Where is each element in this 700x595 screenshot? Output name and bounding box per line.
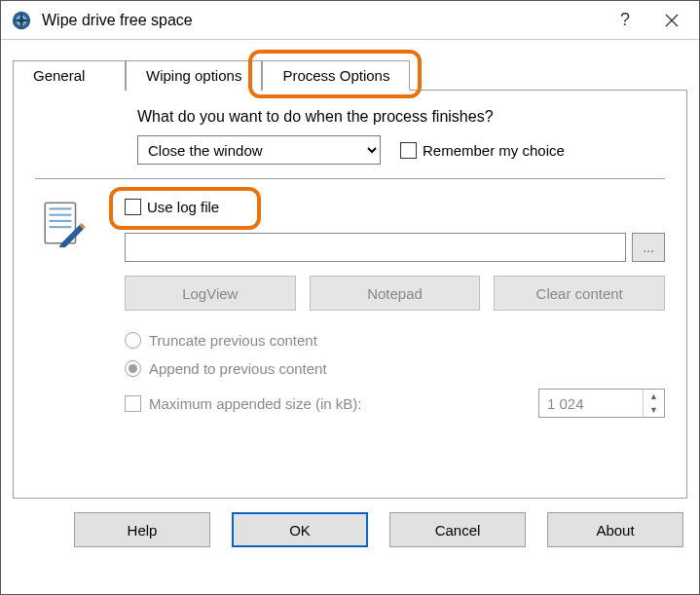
checkbox-box-icon [125,199,141,215]
dialog-footer: Help OK Cancel About [13,512,687,547]
max-size-value: 1 024 [539,390,643,417]
finish-action-heading: What do you want to do when the process … [137,108,665,126]
app-icon [11,10,32,31]
radio-truncate-label: Truncate previous content [149,332,317,349]
log-file-icon [39,199,88,247]
spinner-arrows: ▲ ▼ [643,390,664,417]
chevron-down-icon[interactable]: ▼ [644,403,664,417]
tab-wiping-options[interactable]: Wiping options [126,60,262,91]
help-button-footer[interactable]: Help [74,512,210,547]
use-log-file-checkbox[interactable]: Use log file [125,199,219,215]
remember-choice-label: Remember my choice [423,142,565,159]
cancel-button[interactable]: Cancel [389,512,526,547]
remember-choice-checkbox[interactable]: Remember my choice [400,142,565,159]
ok-button[interactable]: OK [232,512,368,547]
radio-append-label: Append to previous content [149,360,327,377]
radio-append[interactable]: Append to previous content [125,360,665,377]
help-button[interactable]: ? [602,1,648,40]
radio-icon [125,360,141,377]
notepad-button[interactable]: Notepad [310,276,481,311]
max-size-spinner[interactable]: 1 024 ▲ ▼ [538,389,665,418]
max-size-label: Maximum appended size (in kB): [149,395,361,412]
finish-action-select[interactable]: Close the window [137,135,381,165]
tabstrip: General Wiping options Process Options [13,60,687,91]
log-file-path-input[interactable] [125,233,626,262]
separator [35,178,665,179]
window-title: Wipe drive free space [42,12,602,29]
about-button[interactable]: About [547,512,683,547]
dialog-content: General Wiping options Process Options W… [1,40,699,559]
chevron-up-icon[interactable]: ▲ [644,390,664,403]
tab-panel-process-options: What do you want to do when the process … [13,90,687,499]
checkbox-box-icon [125,395,141,412]
titlebar: Wipe drive free space ? [1,1,699,40]
tab-general[interactable]: General [13,60,126,91]
radio-icon [125,332,141,349]
logview-button[interactable]: LogView [125,276,296,311]
tab-process-options[interactable]: Process Options [262,60,410,91]
clear-content-button[interactable]: Clear content [494,276,665,311]
use-log-file-label: Use log file [147,199,219,215]
checkbox-box-icon [400,142,417,159]
radio-truncate[interactable]: Truncate previous content [125,332,665,349]
browse-button[interactable]: ... [632,233,665,262]
close-button[interactable] [648,1,695,40]
